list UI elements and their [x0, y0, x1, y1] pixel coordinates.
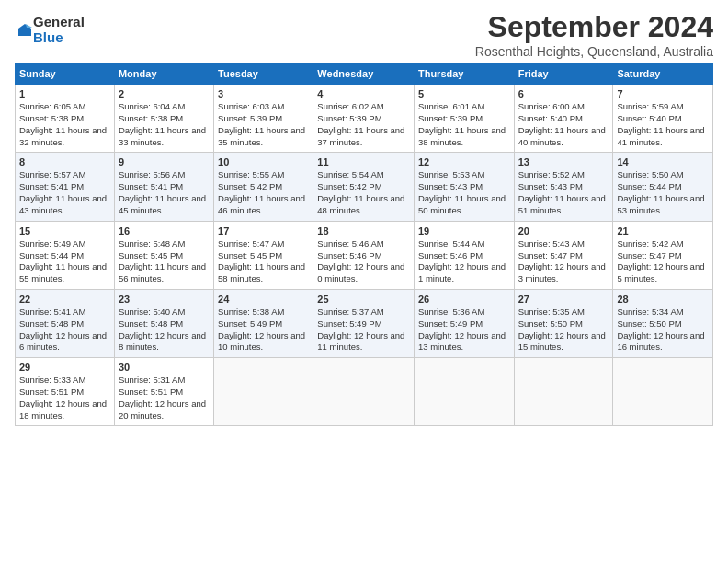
table-row: 25 Sunrise: 5:37 AMSunset: 5:49 PMDaylig…: [313, 289, 415, 357]
table-row: [514, 358, 613, 426]
calendar-week-row: 15 Sunrise: 5:49 AMSunset: 5:44 PMDaylig…: [16, 221, 713, 289]
day-detail: Sunrise: 5:38 AMSunset: 5:49 PMDaylight:…: [218, 306, 309, 353]
table-row: [414, 358, 514, 426]
day-number: 1: [19, 88, 110, 99]
table-row: 12 Sunrise: 5:53 AMSunset: 5:43 PMDaylig…: [414, 153, 514, 221]
logo-general-text: General: [33, 14, 85, 29]
table-row: 18 Sunrise: 5:46 AMSunset: 5:46 PMDaylig…: [313, 221, 415, 289]
table-row: 21 Sunrise: 5:42 AMSunset: 5:47 PMDaylig…: [613, 221, 713, 289]
calendar-week-row: 1 Sunrise: 6:05 AMSunset: 5:38 PMDayligh…: [16, 85, 713, 153]
day-detail: Sunrise: 5:49 AMSunset: 5:44 PMDaylight:…: [19, 238, 110, 285]
day-detail: Sunrise: 5:36 AMSunset: 5:49 PMDaylight:…: [418, 306, 510, 353]
table-row: 9 Sunrise: 5:56 AMSunset: 5:41 PMDayligh…: [114, 153, 213, 221]
day-number: 17: [218, 225, 309, 236]
table-row: [214, 358, 313, 426]
day-detail: Sunrise: 5:47 AMSunset: 5:45 PMDaylight:…: [218, 238, 309, 285]
table-row: 29 Sunrise: 5:33 AMSunset: 5:51 PMDaylig…: [16, 358, 115, 426]
day-number: 14: [617, 156, 709, 167]
day-detail: Sunrise: 5:37 AMSunset: 5:49 PMDaylight:…: [317, 306, 410, 353]
day-detail: Sunrise: 5:35 AMSunset: 5:50 PMDaylight:…: [518, 306, 609, 353]
day-detail: Sunrise: 5:42 AMSunset: 5:47 PMDaylight:…: [617, 238, 709, 285]
day-detail: Sunrise: 5:34 AMSunset: 5:50 PMDaylight:…: [617, 306, 709, 353]
svg-marker-0: [18, 24, 31, 36]
table-row: 24 Sunrise: 5:38 AMSunset: 5:49 PMDaylig…: [214, 289, 313, 357]
day-detail: Sunrise: 6:03 AMSunset: 5:39 PMDaylight:…: [218, 101, 309, 148]
header-wednesday: Wednesday: [313, 63, 415, 85]
table-row: 15 Sunrise: 5:49 AMSunset: 5:44 PMDaylig…: [16, 221, 115, 289]
table-row: 23 Sunrise: 5:40 AMSunset: 5:48 PMDaylig…: [114, 289, 213, 357]
calendar-header-row: Sunday Monday Tuesday Wednesday Thursday…: [16, 63, 713, 85]
table-row: 7 Sunrise: 5:59 AMSunset: 5:40 PMDayligh…: [613, 85, 713, 153]
table-row: 22 Sunrise: 5:41 AMSunset: 5:48 PMDaylig…: [16, 289, 115, 357]
table-row: 8 Sunrise: 5:57 AMSunset: 5:41 PMDayligh…: [16, 153, 115, 221]
month-title: September 2024: [475, 11, 713, 43]
day-number: 26: [418, 293, 510, 304]
day-detail: Sunrise: 6:00 AMSunset: 5:40 PMDaylight:…: [518, 101, 609, 148]
day-detail: Sunrise: 5:31 AMSunset: 5:51 PMDaylight:…: [119, 374, 210, 421]
table-row: [613, 358, 713, 426]
day-number: 11: [317, 156, 410, 167]
day-number: 18: [317, 225, 410, 236]
day-detail: Sunrise: 5:44 AMSunset: 5:46 PMDaylight:…: [418, 238, 510, 285]
day-detail: Sunrise: 6:05 AMSunset: 5:38 PMDaylight:…: [19, 101, 110, 148]
day-detail: Sunrise: 5:56 AMSunset: 5:41 PMDaylight:…: [119, 169, 210, 216]
day-number: 10: [218, 156, 309, 167]
table-row: 4 Sunrise: 6:02 AMSunset: 5:39 PMDayligh…: [313, 85, 415, 153]
day-detail: Sunrise: 5:59 AMSunset: 5:40 PMDaylight:…: [617, 101, 709, 148]
day-detail: Sunrise: 5:52 AMSunset: 5:43 PMDaylight:…: [518, 169, 609, 216]
day-detail: Sunrise: 5:55 AMSunset: 5:42 PMDaylight:…: [218, 169, 309, 216]
table-row: 10 Sunrise: 5:55 AMSunset: 5:42 PMDaylig…: [214, 153, 313, 221]
header-tuesday: Tuesday: [214, 63, 313, 85]
day-detail: Sunrise: 5:40 AMSunset: 5:48 PMDaylight:…: [119, 306, 210, 353]
table-row: 1 Sunrise: 6:05 AMSunset: 5:38 PMDayligh…: [16, 85, 115, 153]
logo: General Blue: [15, 15, 85, 45]
day-number: 30: [119, 362, 210, 373]
table-row: 17 Sunrise: 5:47 AMSunset: 5:45 PMDaylig…: [214, 221, 313, 289]
logo-blue-text: Blue: [33, 29, 63, 45]
day-number: 23: [119, 293, 210, 304]
day-detail: Sunrise: 5:48 AMSunset: 5:45 PMDaylight:…: [119, 238, 210, 285]
svg-marker-1: [26, 24, 32, 28]
table-row: 26 Sunrise: 5:36 AMSunset: 5:49 PMDaylig…: [414, 289, 514, 357]
table-row: 2 Sunrise: 6:04 AMSunset: 5:38 PMDayligh…: [114, 85, 213, 153]
calendar-table: Sunday Monday Tuesday Wednesday Thursday…: [15, 63, 713, 426]
table-row: 3 Sunrise: 6:03 AMSunset: 5:39 PMDayligh…: [214, 85, 313, 153]
day-number: 24: [218, 293, 309, 304]
header-thursday: Thursday: [414, 63, 514, 85]
day-number: 16: [119, 225, 210, 236]
calendar-week-row: 29 Sunrise: 5:33 AMSunset: 5:51 PMDaylig…: [16, 358, 713, 426]
day-detail: Sunrise: 5:50 AMSunset: 5:44 PMDaylight:…: [617, 169, 709, 216]
day-detail: Sunrise: 5:43 AMSunset: 5:47 PMDaylight:…: [518, 238, 609, 285]
header-sunday: Sunday: [16, 63, 115, 85]
day-number: 29: [19, 362, 110, 373]
table-row: [313, 358, 415, 426]
day-detail: Sunrise: 5:53 AMSunset: 5:43 PMDaylight:…: [418, 169, 510, 216]
day-number: 5: [418, 88, 510, 99]
day-number: 8: [19, 156, 110, 167]
day-number: 19: [418, 225, 510, 236]
table-row: 30 Sunrise: 5:31 AMSunset: 5:51 PMDaylig…: [114, 358, 213, 426]
header-monday: Monday: [114, 63, 213, 85]
day-detail: Sunrise: 5:33 AMSunset: 5:51 PMDaylight:…: [19, 374, 110, 421]
location-subtitle: Rosenthal Heights, Queensland, Australia: [475, 44, 713, 59]
day-number: 9: [119, 156, 210, 167]
table-row: 5 Sunrise: 6:01 AMSunset: 5:39 PMDayligh…: [414, 85, 514, 153]
day-detail: Sunrise: 5:54 AMSunset: 5:42 PMDaylight:…: [317, 169, 410, 216]
day-number: 28: [617, 293, 709, 304]
day-number: 12: [418, 156, 510, 167]
day-number: 2: [119, 88, 210, 99]
calendar-week-row: 22 Sunrise: 5:41 AMSunset: 5:48 PMDaylig…: [16, 289, 713, 357]
table-row: 27 Sunrise: 5:35 AMSunset: 5:50 PMDaylig…: [514, 289, 613, 357]
day-number: 22: [19, 293, 110, 304]
day-number: 4: [317, 88, 410, 99]
table-row: 28 Sunrise: 5:34 AMSunset: 5:50 PMDaylig…: [613, 289, 713, 357]
header-friday: Friday: [514, 63, 613, 85]
day-detail: Sunrise: 6:02 AMSunset: 5:39 PMDaylight:…: [317, 101, 410, 148]
table-row: 19 Sunrise: 5:44 AMSunset: 5:46 PMDaylig…: [414, 221, 514, 289]
table-row: 11 Sunrise: 5:54 AMSunset: 5:42 PMDaylig…: [313, 153, 415, 221]
day-number: 27: [518, 293, 609, 304]
table-row: 20 Sunrise: 5:43 AMSunset: 5:47 PMDaylig…: [514, 221, 613, 289]
day-number: 3: [218, 88, 309, 99]
day-number: 25: [317, 293, 410, 304]
day-number: 13: [518, 156, 609, 167]
